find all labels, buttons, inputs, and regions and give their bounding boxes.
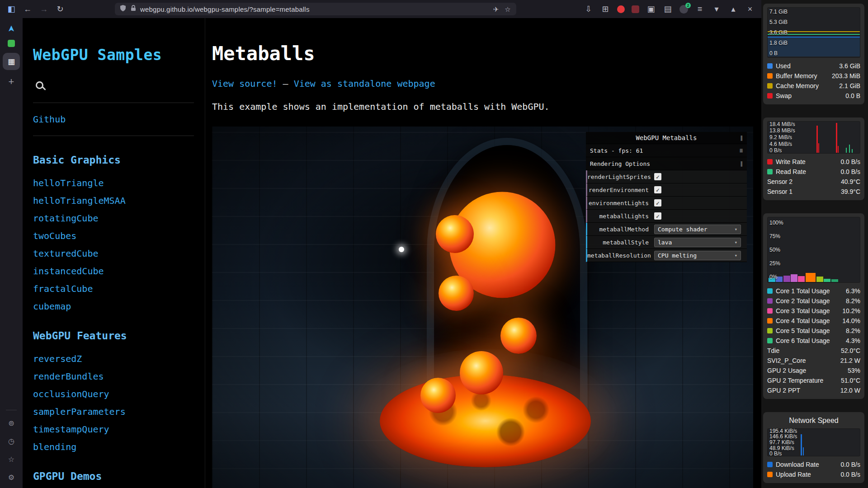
tracking-shield-icon[interactable] bbox=[119, 5, 127, 14]
tick-label: 5.3 GiB bbox=[769, 19, 788, 25]
extensions-icon[interactable]: ⊚ bbox=[8, 419, 14, 427]
check-icon: ✓ bbox=[656, 213, 660, 219]
url-bar[interactable]: webgpu.github.io/webgpu-samples/?sample=… bbox=[115, 3, 516, 15]
reload-icon[interactable]: ↻ bbox=[55, 5, 65, 13]
view-source-link[interactable]: View source! bbox=[212, 78, 278, 89]
tick-label: 9.2 MiB/s bbox=[769, 134, 792, 141]
gui-panel: WebGPU Metaballs ∥ Stats - fps: 61 ≣ Ren… bbox=[586, 132, 747, 262]
active-tab-icon[interactable]: ▦ bbox=[3, 53, 20, 70]
sidebar-item[interactable]: rotatingCube bbox=[33, 213, 205, 224]
sample-main: Metaballs View source! — View as standal… bbox=[205, 18, 761, 488]
cpu-graph: 100% 75% 50% 25% 0% bbox=[767, 217, 860, 283]
legend-row: GPU 2 PPT 12.0 W bbox=[767, 385, 860, 395]
gui-title-bar[interactable]: WebGPU Metaballs ∥ bbox=[586, 132, 747, 144]
render-canvas[interactable]: WebGPU Metaballs ∥ Stats - fps: 61 ≣ Ren… bbox=[212, 127, 753, 488]
new-tab-button[interactable]: + bbox=[9, 76, 14, 88]
checkbox[interactable]: ✓ bbox=[654, 173, 661, 180]
legend-value: 0.0 B/s bbox=[838, 168, 860, 175]
checkbox[interactable]: ✓ bbox=[654, 199, 661, 206]
sidebar-item[interactable]: texturedCube bbox=[33, 248, 205, 259]
close-window-icon[interactable]: × bbox=[745, 5, 755, 13]
tab-grid-icon[interactable]: ▣ bbox=[646, 5, 656, 13]
legend-label: Buffer Memory bbox=[776, 72, 829, 80]
pinned-tab-icon[interactable] bbox=[8, 40, 15, 47]
gui-folder-stats[interactable]: Stats - fps: 61 ≣ bbox=[586, 144, 747, 157]
workspace-arrow-icon[interactable]: ➤ bbox=[6, 25, 16, 33]
gui-option-renderEnvironment: renderEnvironment ✓ bbox=[586, 183, 747, 197]
menu-icon[interactable]: ≡ bbox=[695, 5, 705, 13]
forward-icon[interactable]: → bbox=[39, 5, 49, 13]
legend-row: GPU 2 Temperature 51.0°C bbox=[767, 375, 860, 385]
select-value: lava bbox=[658, 239, 672, 246]
search-box[interactable] bbox=[36, 78, 205, 92]
legend-row: Cache Memory 2.1 GiB bbox=[767, 81, 860, 91]
metaball-method-select[interactable]: Compute shader ▾ bbox=[654, 225, 741, 234]
legend-color bbox=[767, 318, 773, 324]
legend-label: Write Rate bbox=[776, 158, 838, 165]
gui-folder-rendering-options[interactable]: Rendering Options ∥ bbox=[586, 157, 747, 170]
standalone-link[interactable]: View as standalone webpage bbox=[294, 78, 435, 89]
legend-label: Core 6 Total Usage bbox=[776, 337, 843, 344]
sidebar-item[interactable]: reversedZ bbox=[33, 353, 205, 364]
sidebar-item[interactable]: cubemap bbox=[33, 301, 205, 312]
sidebar-item[interactable]: occlusionQuery bbox=[33, 389, 205, 399]
bookmarks-star-icon[interactable]: ☆ bbox=[8, 455, 14, 464]
send-tab-icon[interactable]: ✈ bbox=[492, 6, 500, 13]
sidebar-toggle-icon[interactable]: ◧ bbox=[6, 5, 16, 13]
legend-color bbox=[767, 169, 773, 174]
history-clock-icon[interactable]: ◷ bbox=[8, 437, 14, 446]
gui-option-metaballLights: metaballLights ✓ bbox=[586, 210, 747, 223]
legend-color bbox=[767, 298, 773, 304]
cpu-widget: 100% 75% 50% 25% 0% Core 1 Total Usage 6… bbox=[763, 213, 864, 399]
legend-row: Core 4 Total Usage 14.0% bbox=[767, 316, 860, 326]
toolbar-right-icons: ⇩ ⊞ ▣ ▤ 2 ≡ ▾ ▴ × bbox=[584, 5, 755, 14]
sidebar-item[interactable]: renderBundles bbox=[33, 371, 205, 382]
legend-row: Upload Rate 0.0 B/s bbox=[767, 469, 860, 479]
sidebar-item[interactable]: twoCubes bbox=[33, 230, 205, 241]
legend-color bbox=[767, 159, 773, 164]
url-text[interactable]: webgpu.github.io/webgpu-samples/?sample=… bbox=[140, 5, 488, 13]
legend-color bbox=[767, 73, 773, 79]
gui-collapse-icon[interactable]: ∥ bbox=[740, 135, 743, 141]
settings-gear-icon[interactable]: ⚙ bbox=[8, 473, 14, 482]
gui-option-metaballResolution: metaballResolution CPU melting ▾ bbox=[586, 249, 747, 262]
back-icon[interactable]: ← bbox=[23, 5, 33, 13]
chevron-down-icon[interactable]: ▾ bbox=[712, 5, 722, 13]
sidebar-item[interactable]: samplerParameters bbox=[33, 406, 205, 417]
legend-value: 12.0 W bbox=[838, 387, 860, 394]
select-value: CPU melting bbox=[658, 252, 697, 259]
legend-label: GPU 2 Usage bbox=[767, 367, 845, 374]
metaball-style-select[interactable]: lava ▾ bbox=[654, 238, 741, 247]
sidebar-item[interactable]: fractalCube bbox=[33, 283, 205, 294]
sample-description: This example shows an implementation of … bbox=[212, 101, 761, 112]
tick-label: 7.1 GiB bbox=[769, 9, 788, 15]
vertical-tab-strip: ➤ ▦ + ⊚ ◷ ☆ ⚙ bbox=[0, 18, 23, 488]
legend-value: 52.0°C bbox=[838, 347, 860, 354]
lock-icon bbox=[130, 5, 137, 14]
checkbox[interactable]: ✓ bbox=[654, 212, 661, 220]
sidebar-item[interactable]: timestampQuery bbox=[33, 424, 205, 435]
caret-up-icon[interactable]: ▴ bbox=[728, 5, 738, 13]
tick-label: 0 B bbox=[769, 50, 778, 56]
legend-color bbox=[767, 288, 773, 294]
sidebar-item-github[interactable]: Github bbox=[33, 114, 205, 125]
legend-value: 8.2% bbox=[843, 297, 860, 305]
adblock-extension-icon[interactable] bbox=[617, 5, 625, 13]
sidebar-item[interactable]: helloTriangle bbox=[33, 178, 205, 188]
sidebar-item[interactable]: helloTriangleMSAA bbox=[33, 195, 205, 206]
extensions-puzzle-icon[interactable]: ⊞ bbox=[600, 5, 610, 13]
downloads-icon[interactable]: ⇩ bbox=[584, 5, 594, 13]
checkbox[interactable]: ✓ bbox=[654, 186, 661, 193]
extension-icon[interactable] bbox=[632, 5, 639, 13]
network-title: Network Speed bbox=[767, 417, 860, 425]
browser-window: ◧ ← → ↻ webgpu.github.io/webgpu-samples/… bbox=[0, 0, 761, 488]
sidebar-item[interactable]: instancedCube bbox=[33, 266, 205, 277]
section-basic-graphics: Basic Graphics bbox=[33, 154, 205, 166]
bookmark-star-icon[interactable]: ☆ bbox=[504, 6, 512, 13]
profile-icon[interactable]: 2 bbox=[679, 5, 688, 14]
sidebar-item[interactable]: blending bbox=[33, 441, 205, 452]
option-label: metaballLights bbox=[587, 213, 654, 220]
legend-color bbox=[767, 83, 773, 89]
reader-view-icon[interactable]: ▤ bbox=[663, 5, 673, 13]
metaball-resolution-select[interactable]: CPU melting ▾ bbox=[654, 251, 741, 260]
